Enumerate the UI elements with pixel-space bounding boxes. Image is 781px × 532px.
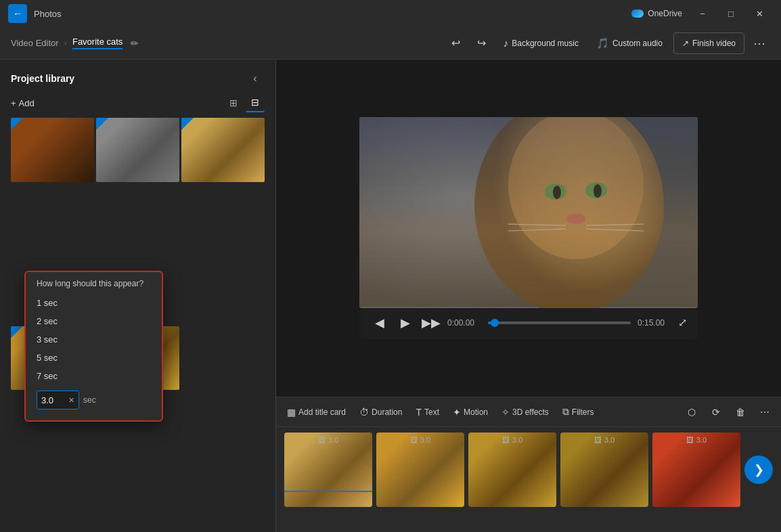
timeline-duration: 3.0 <box>328 436 338 444</box>
duration-option-5sec[interactable]: 5 sec <box>26 349 162 367</box>
duration-option-2sec[interactable]: 2 sec <box>26 312 162 330</box>
strip-toolbar: ▦ Add title card ⏱ Duration T Text ✦ Mot… <box>276 397 781 427</box>
timeline-item[interactable]: 🖼 3.0 <box>560 433 648 507</box>
video-canvas <box>359 117 698 307</box>
music-icon: ♪ <box>504 37 509 49</box>
custom-unit-label: sec <box>83 395 96 405</box>
project-library-title: Project library <box>11 73 74 84</box>
timeline-item-footer: 🖼 3.0 <box>652 433 740 447</box>
onedrive-label: OneDrive <box>648 9 682 18</box>
media-thumb[interactable] <box>96 118 179 182</box>
minimize-button[interactable]: − <box>689 4 716 23</box>
rotate-button[interactable]: ⟳ <box>705 402 727 422</box>
custom-input-wrap: ✕ <box>37 391 79 409</box>
progress-thumb[interactable] <box>491 319 499 327</box>
duration-option-3sec[interactable]: 3 sec <box>26 330 162 349</box>
timeline-item[interactable]: 🖼 3.0 <box>468 433 556 507</box>
redo-button[interactable]: ↪ <box>471 32 493 54</box>
custom-audio-label: Custom audio <box>612 39 663 48</box>
custom-duration-input[interactable] <box>41 395 66 405</box>
delete-button[interactable]: 🗑 <box>730 402 751 422</box>
skip-back-button[interactable]: ◀ <box>370 313 389 332</box>
background-music-button[interactable]: ♪ Background music <box>497 32 585 54</box>
add-icon: + <box>11 98 16 108</box>
right-panel: ◀ ▶ ▶▶ 0:00.00 0:15.00 ⤢ <box>276 60 781 532</box>
timeline-item[interactable]: 🖼 3.0 <box>652 433 740 507</box>
add-label: Add <box>19 98 35 108</box>
timeline-duration: 3.0 <box>696 436 707 444</box>
timeline-duration: 3.0 <box>512 436 522 444</box>
timeline-item-footer: 🖼 3.0 <box>560 433 648 447</box>
thumb-corner-indicator <box>96 118 108 130</box>
timeline-progress <box>284 491 372 492</box>
finish-icon: ↗ <box>682 39 689 48</box>
finish-video-button[interactable]: ↗ Finish video <box>673 32 744 54</box>
grid-view-button[interactable]: ⊞ <box>224 93 243 112</box>
next-slide-button[interactable]: ❯ <box>744 456 773 484</box>
titlebar: ← Photos OneDrive − □ ✕ <box>0 0 781 27</box>
timeline-item[interactable]: 🖼 3.0 <box>284 433 372 507</box>
back-button[interactable]: ← <box>8 4 27 23</box>
close-button[interactable]: ✕ <box>746 4 773 23</box>
view-toggle: ⊞ ⊟ <box>224 93 265 112</box>
popup-title: How long should this appear? <box>26 279 162 294</box>
crop-button[interactable]: ⬡ <box>681 402 702 422</box>
timeline-item[interactable]: 🖼 3.0 <box>376 433 464 507</box>
filters-button[interactable]: ⧉ Filters <box>557 402 600 422</box>
background-music-label: Background music <box>512 39 579 48</box>
svg-rect-12 <box>359 118 698 308</box>
progress-bar[interactable] <box>488 322 631 324</box>
motion-button[interactable]: ✦ Motion <box>447 402 493 422</box>
onedrive-icon <box>631 9 644 18</box>
media-thumb[interactable] <box>181 118 265 182</box>
edit-title-icon[interactable]: ✏ <box>131 38 139 49</box>
duration-option-7sec[interactable]: 7 sec <box>26 367 162 385</box>
duration-icon: ⏱ <box>359 407 369 418</box>
collapse-panel-button[interactable]: ‹ <box>246 69 265 88</box>
motion-label: Motion <box>464 407 488 417</box>
filters-icon: ⧉ <box>562 406 569 418</box>
skip-forward-button[interactable]: ▶▶ <box>422 313 441 332</box>
duration-popup: How long should this appear? 1 sec 2 sec… <box>24 271 163 422</box>
total-time: 0:15.00 <box>638 318 671 328</box>
media-thumb[interactable] <box>11 118 94 182</box>
timeline-duration: 3.0 <box>604 436 615 444</box>
duration-option-1sec[interactable]: 1 sec <box>26 294 162 312</box>
play-button[interactable]: ▶ <box>396 313 415 332</box>
window-controls: − □ ✕ <box>689 4 773 23</box>
image-icon: 🖼 <box>502 436 510 444</box>
controls-row: ◀ ▶ ▶▶ 0:00.00 0:15.00 ⤢ <box>370 313 687 332</box>
3d-effects-button[interactable]: ✧ 3D effects <box>496 402 554 422</box>
list-view-button[interactable]: ⊟ <box>246 93 265 112</box>
duration-button[interactable]: ⏱ Duration <box>354 402 407 422</box>
add-media-button[interactable]: + Add <box>11 98 35 108</box>
effects-label: 3D effects <box>512 407 549 417</box>
add-title-label: Add title card <box>298 407 346 417</box>
breadcrumb-separator: › <box>64 38 67 48</box>
video-preview: ◀ ▶ ▶▶ 0:00.00 0:15.00 ⤢ <box>276 60 781 397</box>
custom-audio-button[interactable]: 🎵 Custom audio <box>589 32 669 54</box>
more-options-button[interactable]: ⋯ <box>749 32 770 54</box>
text-icon: T <box>416 407 422 418</box>
breadcrumb-parent: Video Editor <box>11 38 59 48</box>
timeline-row: 🖼 3.0 🖼 3.0 🖼 3.0 <box>276 427 781 512</box>
undo-button[interactable]: ↩ <box>445 32 467 54</box>
more-strip-button[interactable]: ⋯ <box>754 402 776 422</box>
fullscreen-button[interactable]: ⤢ <box>678 316 687 329</box>
title-card-icon: ▦ <box>287 407 296 418</box>
popup-custom-row: ✕ sec <box>26 386 162 414</box>
app-toolbar: Video Editor › Favorite cats ✏ ↩ ↪ ♪ Bac… <box>0 27 781 60</box>
add-title-card-button[interactable]: ▦ Add title card <box>282 402 351 422</box>
video-controls: ◀ ▶ ▶▶ 0:00.00 0:15.00 ⤢ <box>359 308 698 339</box>
image-icon: 🖼 <box>594 436 602 444</box>
clear-custom-input[interactable]: ✕ <box>68 396 74 405</box>
text-button[interactable]: T Text <box>410 402 445 422</box>
thumb-corner-indicator <box>11 326 23 338</box>
maximize-button[interactable]: □ <box>717 4 744 23</box>
current-time: 0:00.00 <box>447 318 481 328</box>
breadcrumb-current: Favorite cats <box>72 37 122 49</box>
app-name: Photos <box>34 9 625 19</box>
bottom-strip: ▦ Add title card ⏱ Duration T Text ✦ Mot… <box>276 397 781 532</box>
text-label: Text <box>424 407 439 417</box>
video-frame <box>359 117 698 307</box>
